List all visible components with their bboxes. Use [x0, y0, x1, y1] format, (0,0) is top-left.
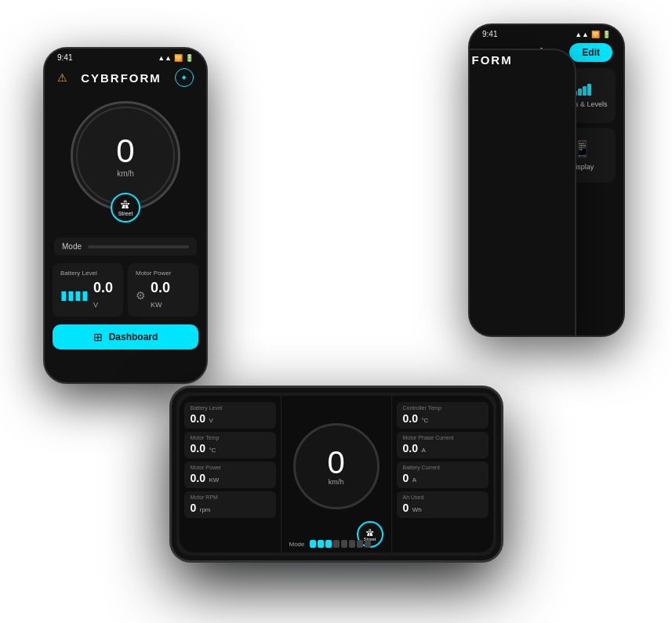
battery-value: 0.0: [93, 280, 113, 295]
d-battery-unit: V: [209, 417, 212, 424]
battery-label: Battery Level: [60, 270, 115, 277]
bar-1: [310, 540, 316, 548]
stats-grid-left: Battery Level ▮▮▮▮ 0.0 V Motor Power ⚙ 0…: [45, 260, 206, 320]
display-bottom-bar: Mode: [282, 540, 391, 548]
d-motor-temp-value: 0.0: [191, 442, 205, 455]
d-motor-rpm: Motor RPM 0 rpm: [184, 491, 276, 518]
display-speed-value: 0: [327, 447, 344, 478]
d-battery-current-value: 0: [403, 472, 409, 484]
display-unit: Battery Level 0.0 V Motor Temp 0.0 °C Mo…: [172, 388, 501, 560]
status-icons-right: ▲▲ 🛜 🔋: [575, 31, 611, 38]
d-phase-current-label: Motor Phase Current: [403, 435, 482, 440]
display-center-panel: 0 km/h 🛣 Street Mode: [282, 396, 391, 552]
d-motor-power-label: Motor Power: [191, 465, 270, 470]
d-ah-used-unit: Wh: [412, 506, 422, 513]
bar-5: [341, 540, 347, 548]
road-icon: 🛣: [121, 199, 130, 210]
d-motor-power-value: 0.0: [191, 472, 205, 484]
d-controller-temp: Controller Temp 0.0 °C: [397, 402, 489, 429]
d-motor-rpm-unit: rpm: [200, 506, 211, 513]
logo-row-right: CYBRFORM: [468, 49, 576, 337]
display-left-panel: Battery Level 0.0 V Motor Temp 0.0 °C Mo…: [180, 396, 282, 552]
status-icons-left: ▲▲ 🛜 🔋: [158, 54, 194, 62]
motor-stat: Motor Power ⚙ 0.0 KW: [128, 263, 198, 317]
logo-right: CYBRFORM: [468, 53, 513, 67]
status-bar-left: 9:41 ▲▲ 🛜 🔋: [45, 49, 206, 63]
d-phase-current-unit: A: [421, 447, 425, 454]
mode-bar-left: Mode: [54, 237, 197, 255]
d-motor-power-unit: KW: [209, 476, 219, 484]
battery-right: 🔋: [602, 31, 611, 38]
display-mode-text: Mode: [289, 541, 305, 548]
bar-2: [318, 540, 324, 548]
wifi-right: 🛜: [591, 31, 600, 38]
d-motor-temp-unit: °C: [209, 447, 216, 454]
scene: 9:41 ▲▲ 🛜 🔋 ⚠ CYBRFORM ✦ 0 km/h 🛣 Street: [0, 0, 672, 623]
d-ah-used-value: 0: [403, 502, 409, 514]
bluetooth-icon: ✦: [175, 68, 194, 87]
bottom-nav-left[interactable]: ⊞ Dashboard: [53, 324, 198, 350]
d-battery-current: Battery Current 0 A: [397, 462, 489, 488]
mode-label-left: Street: [118, 211, 133, 216]
signal-right: ▲▲: [575, 31, 589, 38]
warning-icon: ⚠: [57, 71, 67, 84]
mode-progress-left: [88, 245, 189, 248]
bar-8: [365, 540, 371, 548]
display-inner: Battery Level 0.0 V Motor Temp 0.0 °C Mo…: [180, 396, 493, 552]
display-speed-unit: km/h: [329, 478, 344, 486]
d-ah-used-label: Ah Used: [403, 494, 482, 500]
d-battery-value: 0.0: [191, 412, 205, 425]
time-left: 9:41: [57, 53, 72, 62]
d-motor-power: Motor Power 0.0 KW: [184, 462, 276, 488]
d-controller-temp-unit: °C: [421, 417, 428, 424]
status-bar-right: 9:41 ▲▲ 🛜 🔋: [470, 25, 623, 40]
signal-icon: ▲▲: [158, 54, 172, 62]
phone-right: 9:41 ▲▲ 🛜 🔋 Settings Edit CYBRFORM 📋 Gen…: [468, 24, 625, 337]
speed-value-left: 0: [116, 135, 134, 168]
bar-3: [325, 540, 332, 548]
bar-7: [357, 540, 363, 548]
battery-bars-icon: ▮▮▮▮: [60, 288, 89, 302]
phone-left-header: ⚠ CYBRFORM ✦: [45, 63, 206, 93]
speedometer-left: 0 km/h 🛣 Street: [45, 93, 206, 216]
d-controller-temp-value: 0.0: [403, 412, 418, 425]
d-motor-rpm-label: Motor RPM: [191, 494, 270, 500]
motor-row: ⚙ 0.0 KW: [136, 280, 191, 310]
d-phase-current-value: 0.0: [403, 442, 418, 455]
display-right-panel: Controller Temp 0.0 °C Motor Phase Curre…: [391, 396, 493, 552]
wifi-icon: 🛜: [174, 54, 183, 62]
d-battery-level: Battery Level 0.0 V: [184, 402, 276, 429]
street-badge-left: 🛣 Street: [111, 193, 140, 223]
dashboard-icon: ⊞: [93, 331, 103, 343]
motor-label: Motor Power: [136, 270, 191, 277]
display-progress-bars: [310, 540, 371, 548]
mode-text-left: Mode: [62, 242, 82, 251]
bar-6: [349, 540, 355, 548]
dashboard-label: Dashboard: [109, 331, 158, 342]
battery-icon-status: 🔋: [185, 54, 194, 62]
display-speedometer: 0 km/h: [293, 423, 380, 509]
d-motor-rpm-value: 0: [191, 502, 197, 514]
motor-icon: ⚙: [136, 289, 146, 302]
d-motor-temp: Motor Temp 0.0 °C: [184, 432, 276, 458]
d-controller-temp-label: Controller Temp: [403, 405, 482, 411]
speed-unit-left: km/h: [117, 169, 134, 178]
d-battery-current-unit: A: [412, 476, 416, 484]
phone-left: 9:41 ▲▲ 🛜 🔋 ⚠ CYBRFORM ✦ 0 km/h 🛣 Street: [43, 47, 208, 384]
display-road-icon: 🛣: [366, 528, 374, 537]
d-phase-current: Motor Phase Current 0.0 A: [397, 432, 489, 458]
logo-left: CYBRFORM: [81, 71, 162, 85]
battery-row: ▮▮▮▮ 0.0 V: [60, 280, 115, 310]
edit-button[interactable]: Edit: [569, 43, 612, 62]
motor-unit: KW: [151, 301, 162, 309]
d-battery-label: Battery Level: [191, 405, 270, 411]
battery-unit: V: [93, 301, 98, 309]
d-battery-current-label: Battery Current: [403, 465, 482, 470]
motor-value: 0.0: [151, 280, 170, 295]
d-motor-temp-label: Motor Temp: [191, 435, 270, 440]
time-right: 9:41: [482, 30, 497, 38]
bar-4: [333, 540, 340, 548]
speedo-circle-left: 0 km/h 🛣 Street: [71, 101, 180, 211]
battery-stat: Battery Level ▮▮▮▮ 0.0 V: [53, 263, 123, 317]
d-ah-used: Ah Used 0 Wh: [397, 491, 489, 518]
